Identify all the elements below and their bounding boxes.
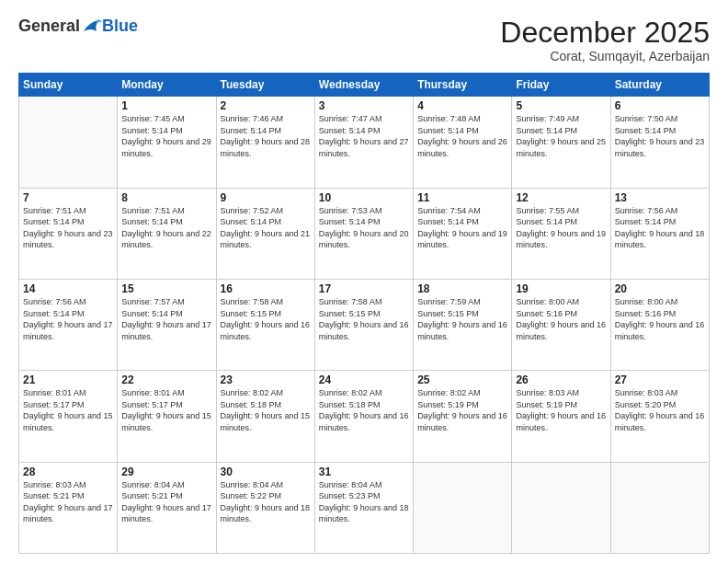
day-number: 18 xyxy=(417,282,507,295)
calendar-cell: 21Sunrise: 8:01 AMSunset: 5:17 PMDayligh… xyxy=(19,371,118,462)
day-info: Sunrise: 8:04 AMSunset: 5:22 PMDaylight:… xyxy=(221,479,311,525)
day-number: 12 xyxy=(516,191,606,204)
calendar-cell: 20Sunrise: 8:00 AMSunset: 5:16 PMDayligh… xyxy=(610,279,709,370)
calendar-cell: 7Sunrise: 7:51 AMSunset: 5:14 PMDaylight… xyxy=(19,188,118,279)
day-info: Sunrise: 8:02 AMSunset: 5:18 PMDaylight:… xyxy=(221,387,311,433)
day-number: 29 xyxy=(121,465,211,478)
calendar-header-sunday: Sunday xyxy=(19,74,118,97)
day-info: Sunrise: 8:02 AMSunset: 5:18 PMDaylight:… xyxy=(319,387,409,433)
calendar-cell xyxy=(19,97,118,188)
calendar-cell: 24Sunrise: 8:02 AMSunset: 5:18 PMDayligh… xyxy=(314,371,413,462)
logo-general-text: General xyxy=(18,17,80,36)
day-number: 14 xyxy=(23,282,113,295)
calendar-week-3: 14Sunrise: 7:56 AMSunset: 5:14 PMDayligh… xyxy=(19,279,710,370)
day-number: 24 xyxy=(319,373,409,386)
calendar-table: SundayMondayTuesdayWednesdayThursdayFrid… xyxy=(18,73,710,554)
day-info: Sunrise: 8:00 AMSunset: 5:16 PMDaylight:… xyxy=(516,296,606,342)
day-number: 3 xyxy=(319,99,409,112)
day-number: 28 xyxy=(23,465,113,478)
day-info: Sunrise: 7:57 AMSunset: 5:14 PMDaylight:… xyxy=(121,296,211,342)
day-info: Sunrise: 8:00 AMSunset: 5:16 PMDaylight:… xyxy=(615,296,705,342)
day-number: 19 xyxy=(516,282,606,295)
title-area: December 2025 Corat, Sumqayit, Azerbaija… xyxy=(500,17,710,63)
calendar-cell: 11Sunrise: 7:54 AMSunset: 5:14 PMDayligh… xyxy=(414,188,512,279)
calendar-cell: 8Sunrise: 7:51 AMSunset: 5:14 PMDaylight… xyxy=(118,188,216,279)
day-number: 26 xyxy=(516,373,606,386)
day-info: Sunrise: 7:49 AMSunset: 5:14 PMDaylight:… xyxy=(516,113,606,159)
calendar-cell xyxy=(512,462,610,553)
day-info: Sunrise: 7:58 AMSunset: 5:15 PMDaylight:… xyxy=(319,296,409,342)
logo: General Blue xyxy=(18,17,138,36)
day-info: Sunrise: 7:45 AMSunset: 5:14 PMDaylight:… xyxy=(121,113,211,159)
calendar-cell: 6Sunrise: 7:50 AMSunset: 5:14 PMDaylight… xyxy=(610,97,709,188)
day-info: Sunrise: 8:03 AMSunset: 5:20 PMDaylight:… xyxy=(615,387,705,433)
calendar-cell: 12Sunrise: 7:55 AMSunset: 5:14 PMDayligh… xyxy=(512,188,610,279)
calendar-header-monday: Monday xyxy=(118,74,216,97)
day-number: 31 xyxy=(319,465,409,478)
calendar-header-thursday: Thursday xyxy=(414,74,512,97)
calendar-cell: 26Sunrise: 8:03 AMSunset: 5:19 PMDayligh… xyxy=(512,371,610,462)
day-info: Sunrise: 7:48 AMSunset: 5:14 PMDaylight:… xyxy=(417,113,507,159)
day-number: 25 xyxy=(417,373,507,386)
day-number: 11 xyxy=(417,191,507,204)
day-number: 13 xyxy=(615,191,705,204)
calendar-cell: 27Sunrise: 8:03 AMSunset: 5:20 PMDayligh… xyxy=(610,371,709,462)
day-info: Sunrise: 7:51 AMSunset: 5:14 PMDaylight:… xyxy=(23,205,113,251)
calendar-week-5: 28Sunrise: 8:03 AMSunset: 5:21 PMDayligh… xyxy=(19,462,710,553)
day-info: Sunrise: 8:04 AMSunset: 5:23 PMDaylight:… xyxy=(319,479,409,525)
calendar-cell: 10Sunrise: 7:53 AMSunset: 5:14 PMDayligh… xyxy=(314,188,413,279)
month-title: December 2025 xyxy=(500,17,710,49)
day-number: 16 xyxy=(221,282,311,295)
day-info: Sunrise: 7:50 AMSunset: 5:14 PMDaylight:… xyxy=(615,113,705,159)
calendar-header-row: SundayMondayTuesdayWednesdayThursdayFrid… xyxy=(19,74,710,97)
calendar-cell: 31Sunrise: 8:04 AMSunset: 5:23 PMDayligh… xyxy=(314,462,413,553)
day-info: Sunrise: 8:02 AMSunset: 5:19 PMDaylight:… xyxy=(417,387,507,433)
calendar-cell: 19Sunrise: 8:00 AMSunset: 5:16 PMDayligh… xyxy=(512,279,610,370)
day-number: 22 xyxy=(121,373,211,386)
day-info: Sunrise: 7:47 AMSunset: 5:14 PMDaylight:… xyxy=(319,113,409,159)
day-number: 23 xyxy=(221,373,311,386)
calendar-cell: 28Sunrise: 8:03 AMSunset: 5:21 PMDayligh… xyxy=(19,462,118,553)
calendar-cell: 25Sunrise: 8:02 AMSunset: 5:19 PMDayligh… xyxy=(414,371,512,462)
calendar-cell: 14Sunrise: 7:56 AMSunset: 5:14 PMDayligh… xyxy=(19,279,118,370)
location-text: Corat, Sumqayit, Azerbaijan xyxy=(500,49,710,63)
day-number: 17 xyxy=(319,282,409,295)
day-info: Sunrise: 8:03 AMSunset: 5:19 PMDaylight:… xyxy=(516,387,606,433)
calendar-header-wednesday: Wednesday xyxy=(314,74,413,97)
calendar-cell: 2Sunrise: 7:46 AMSunset: 5:14 PMDaylight… xyxy=(216,97,314,188)
day-number: 9 xyxy=(221,191,311,204)
header: General Blue December 2025 Corat, Sumqay… xyxy=(18,17,710,63)
day-info: Sunrise: 8:01 AMSunset: 5:17 PMDaylight:… xyxy=(121,387,211,433)
day-number: 27 xyxy=(615,373,705,386)
calendar-cell: 16Sunrise: 7:58 AMSunset: 5:15 PMDayligh… xyxy=(216,279,314,370)
calendar-cell: 4Sunrise: 7:48 AMSunset: 5:14 PMDaylight… xyxy=(414,97,512,188)
calendar-cell: 29Sunrise: 8:04 AMSunset: 5:21 PMDayligh… xyxy=(118,462,216,553)
calendar-header-saturday: Saturday xyxy=(610,74,709,97)
day-number: 30 xyxy=(221,465,311,478)
page: General Blue December 2025 Corat, Sumqay… xyxy=(0,0,728,563)
calendar-cell: 30Sunrise: 8:04 AMSunset: 5:22 PMDayligh… xyxy=(216,462,314,553)
calendar-cell: 5Sunrise: 7:49 AMSunset: 5:14 PMDaylight… xyxy=(512,97,610,188)
day-number: 21 xyxy=(23,373,113,386)
calendar-week-2: 7Sunrise: 7:51 AMSunset: 5:14 PMDaylight… xyxy=(19,188,710,279)
day-number: 4 xyxy=(417,99,507,112)
day-info: Sunrise: 7:53 AMSunset: 5:14 PMDaylight:… xyxy=(319,205,409,251)
day-number: 6 xyxy=(615,99,705,112)
day-info: Sunrise: 7:58 AMSunset: 5:15 PMDaylight:… xyxy=(221,296,311,342)
calendar-cell: 9Sunrise: 7:52 AMSunset: 5:14 PMDaylight… xyxy=(216,188,314,279)
calendar-week-1: 1Sunrise: 7:45 AMSunset: 5:14 PMDaylight… xyxy=(19,97,710,188)
day-number: 8 xyxy=(121,191,211,204)
day-info: Sunrise: 7:52 AMSunset: 5:14 PMDaylight:… xyxy=(221,205,311,251)
logo-bird-icon xyxy=(82,18,102,35)
day-info: Sunrise: 7:51 AMSunset: 5:14 PMDaylight:… xyxy=(121,205,211,251)
calendar-cell: 3Sunrise: 7:47 AMSunset: 5:14 PMDaylight… xyxy=(314,97,413,188)
calendar-cell: 13Sunrise: 7:56 AMSunset: 5:14 PMDayligh… xyxy=(610,188,709,279)
day-info: Sunrise: 7:55 AMSunset: 5:14 PMDaylight:… xyxy=(516,205,606,251)
calendar-cell: 1Sunrise: 7:45 AMSunset: 5:14 PMDaylight… xyxy=(118,97,216,188)
calendar-cell xyxy=(414,462,512,553)
day-info: Sunrise: 7:56 AMSunset: 5:14 PMDaylight:… xyxy=(23,296,113,342)
day-info: Sunrise: 7:54 AMSunset: 5:14 PMDaylight:… xyxy=(417,205,507,251)
logo-blue-text: Blue xyxy=(102,17,138,36)
day-info: Sunrise: 8:03 AMSunset: 5:21 PMDaylight:… xyxy=(23,479,113,525)
calendar-cell: 17Sunrise: 7:58 AMSunset: 5:15 PMDayligh… xyxy=(314,279,413,370)
